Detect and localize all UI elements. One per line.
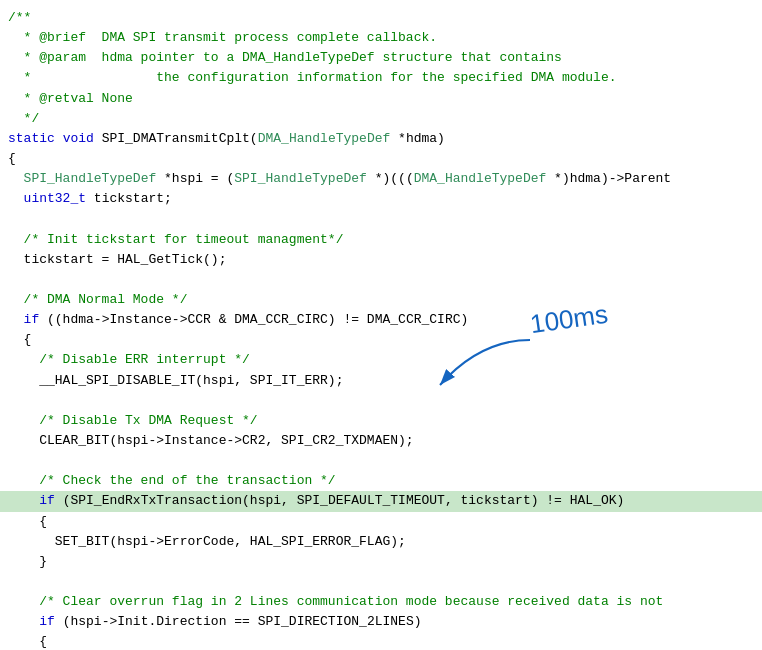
code-line-3: * @param hdma pointer to a DMA_HandleTyp… [0,48,762,68]
code-line-12: /* Init tickstart for timeout managment*… [0,230,762,250]
code-line-8: { [0,149,762,169]
code-line-4: * the configuration information for the … [0,68,762,88]
code-line-16: if ((hdma->Instance->CCR & DMA_CCR_CIRC)… [0,310,762,330]
code-line-5: * @retval None [0,89,762,109]
code-line-21: /* Disable Tx DMA Request */ [0,411,762,431]
code-line-27: SET_BIT(hspi->ErrorCode, HAL_SPI_ERROR_F… [0,532,762,552]
code-line-30: /* Clear overrun flag in 2 Lines communi… [0,592,762,612]
code-line-19: __HAL_SPI_DISABLE_IT(hspi, SPI_IT_ERR); [0,371,762,391]
code-line-23 [0,451,762,471]
code-line-7: static void SPI_DMATransmitCplt(DMA_Hand… [0,129,762,149]
code-line-25: if (SPI_EndRxTxTransaction(hspi, SPI_DEF… [0,491,762,511]
code-line-28: } [0,552,762,572]
code-line-31: if (hspi->Init.Direction == SPI_DIRECTIO… [0,612,762,632]
code-line-14 [0,270,762,290]
code-line-32: { [0,632,762,650]
code-line-15: /* DMA Normal Mode */ [0,290,762,310]
code-line-20 [0,391,762,411]
code-line-10: uint32_t tickstart; [0,189,762,209]
code-line-2: * @brief DMA SPI transmit process comple… [0,28,762,48]
code-line-9: SPI_HandleTypeDef *hspi = (SPI_HandleTyp… [0,169,762,189]
code-line-1: /** [0,8,762,28]
code-editor: /** * @brief DMA SPI transmit process co… [0,0,762,650]
code-line-29 [0,572,762,592]
code-line-17: { [0,330,762,350]
code-line-13: tickstart = HAL_GetTick(); [0,250,762,270]
code-line-22: CLEAR_BIT(hspi->Instance->CR2, SPI_CR2_T… [0,431,762,451]
code-line-24: /* Check the end of the transaction */ [0,471,762,491]
code-line-26: { [0,512,762,532]
code-line-11 [0,209,762,229]
code-line-18: /* Disable ERR interrupt */ [0,350,762,370]
code-line-6: */ [0,109,762,129]
